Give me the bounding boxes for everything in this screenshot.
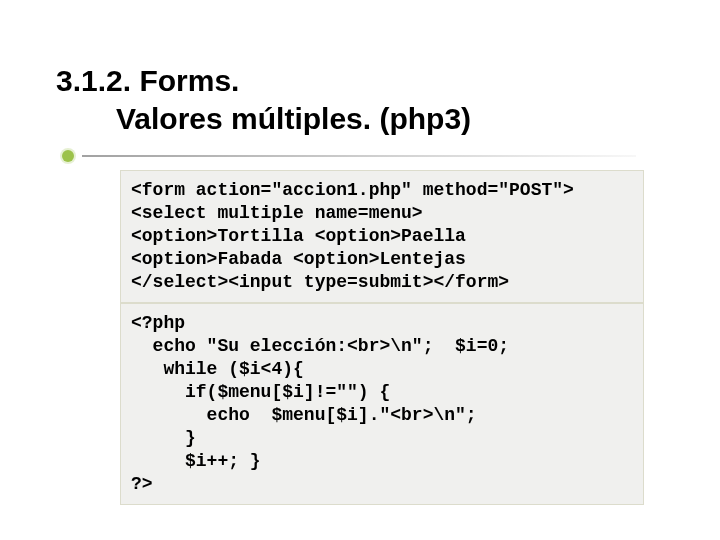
title-line-1: 3.1.2. Forms. <box>56 64 239 97</box>
slide-title: 3.1.2. Forms. Valores múltiples. (php3) <box>56 62 471 137</box>
bullet-dot-icon <box>62 150 74 162</box>
slide: 3.1.2. Forms. Valores múltiples. (php3) … <box>0 0 720 540</box>
code-block-html-form: <form action="accion1.php" method="POST"… <box>120 170 644 303</box>
horizontal-rule <box>82 155 636 157</box>
title-line-2: Valores múltiples. (php3) <box>116 102 471 135</box>
code-block-php: <?php echo "Su elección:<br>\n"; $i=0; w… <box>120 303 644 505</box>
title-underline <box>56 147 636 161</box>
